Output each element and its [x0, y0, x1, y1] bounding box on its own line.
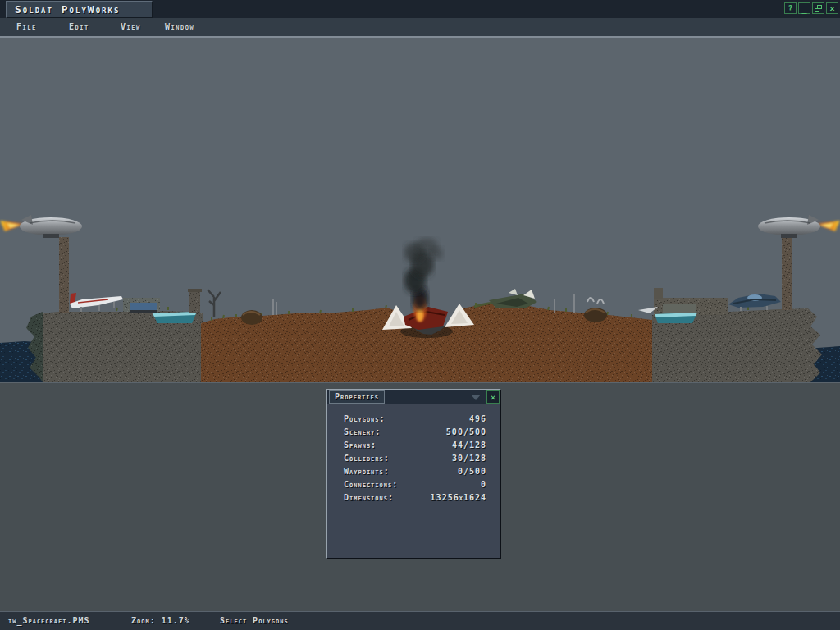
boulder-right	[584, 308, 607, 322]
pillar-right	[782, 234, 792, 310]
title-bar: Soldat PolyWorks ? _ ✕	[0, 0, 840, 18]
menu-edit[interactable]: Edit	[69, 21, 89, 34]
property-row-scenery: Scenery: 500/500	[327, 427, 500, 441]
property-value: 496	[469, 414, 486, 423]
app-window: Soldat PolyWorks ? _ ✕ File Edit View Wi…	[0, 0, 840, 630]
window-controls: ? _ ✕	[784, 2, 838, 14]
help-icon: ?	[788, 4, 792, 13]
menu-file[interactable]: File	[16, 21, 37, 34]
status-mode: Select Polygons	[220, 616, 289, 625]
property-label: Colliders:	[344, 454, 390, 463]
panel-close-button[interactable]: ✕	[486, 390, 500, 404]
boat-teal-left	[153, 312, 197, 323]
property-row-connections: Connections: 0	[327, 480, 500, 493]
map-canvas[interactable]: Properties ✕ Polygons: 496 Scenery: 500/…	[0, 36, 840, 611]
properties-panel-title: Properties	[329, 390, 385, 404]
property-label: Spawns:	[344, 441, 377, 450]
menu-bar: File Edit View Window	[0, 18, 840, 36]
close-icon: ✕	[829, 4, 835, 13]
properties-panel: Properties ✕ Polygons: 496 Scenery: 500/…	[326, 389, 501, 559]
pillar-left	[59, 237, 69, 313]
panel-close-icon: ✕	[491, 392, 496, 403]
minimize-icon: _	[801, 4, 806, 13]
property-value: 30/128	[452, 454, 486, 463]
property-value: 0	[481, 480, 486, 489]
restore-icon	[815, 5, 822, 12]
property-label: Connections:	[344, 480, 398, 489]
property-row-colliders: Colliders: 30/128	[327, 454, 500, 467]
status-bar: tw_Spacecraft.PMS Zoom: 11.7% Select Pol…	[0, 611, 840, 630]
post-left	[188, 289, 202, 313]
property-value: 0/500	[458, 467, 486, 476]
collapse-arrow-icon[interactable]	[471, 395, 481, 400]
help-button[interactable]: ?	[784, 2, 797, 14]
property-value: 44/128	[452, 441, 486, 450]
property-label: Polygons:	[344, 414, 386, 423]
property-row-polygons: Polygons: 496	[327, 414, 500, 427]
property-row-dimensions: Dimensions: 13256x1624	[327, 493, 500, 506]
property-label: Scenery:	[344, 427, 381, 436]
bunker-left	[123, 298, 160, 313]
properties-panel-body: Polygons: 496 Scenery: 500/500 Spawns: 4…	[327, 404, 500, 506]
status-filename: tw_Spacecraft.PMS	[8, 616, 89, 625]
window-title: Soldat PolyWorks	[6, 1, 153, 18]
status-zoom: Zoom: 11.7%	[131, 616, 190, 625]
maximize-button[interactable]	[812, 2, 824, 14]
property-row-spawns: Spawns: 44/128	[327, 441, 500, 454]
menu-view[interactable]: View	[121, 21, 141, 34]
boulder-left	[241, 310, 262, 325]
property-value: 13256x1624	[431, 493, 486, 502]
property-label: Waypoints:	[344, 467, 390, 476]
property-value: 500/500	[446, 427, 486, 436]
property-row-waypoints: Waypoints: 0/500	[327, 467, 500, 480]
property-label: Dimensions:	[344, 493, 394, 502]
minimize-button[interactable]: _	[798, 2, 810, 14]
properties-panel-header[interactable]: Properties ✕	[327, 390, 500, 404]
menu-window[interactable]: Window	[165, 21, 194, 34]
close-button[interactable]: ✕	[826, 2, 838, 14]
